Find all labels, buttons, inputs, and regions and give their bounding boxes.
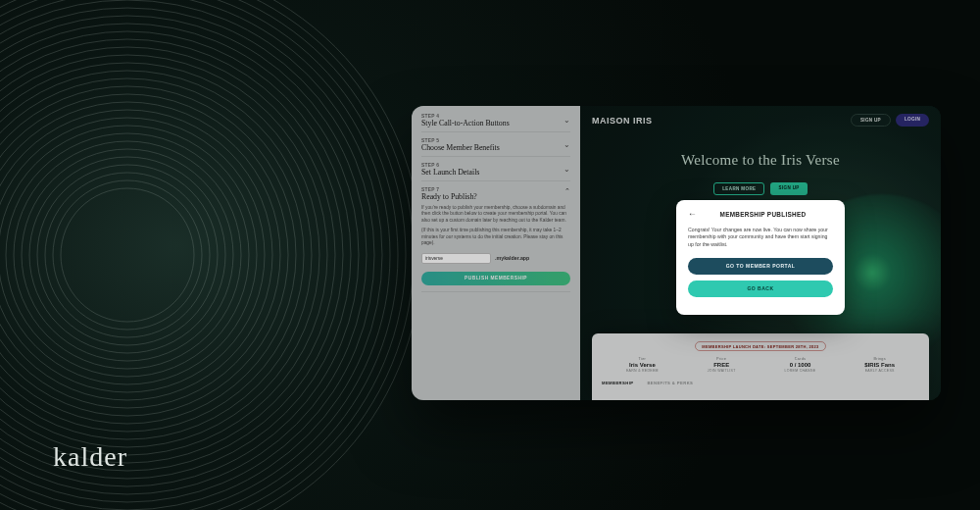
- stat-cards-value: 0 / 1000: [784, 362, 815, 368]
- stat-cards: Cards 0 / 1000 LOREM CHANGE: [784, 357, 815, 373]
- preview-login-button[interactable]: LOGIN: [896, 114, 929, 127]
- stat-cards-sub: LOREM CHANGE: [784, 369, 815, 373]
- svg-point-16: [0, 86, 296, 424]
- step-5-row[interactable]: STEP 5 Choose Member Benefits ⌄: [421, 138, 570, 157]
- svg-point-7: [0, 16, 367, 494]
- hero-learn-more-button[interactable]: LEARN MORE: [713, 182, 764, 195]
- stat-cards-label: Cards: [784, 357, 815, 361]
- stat-brings-sub: EARLY ACCESS: [864, 369, 895, 373]
- svg-point-1: [0, 0, 414, 510]
- app-window: STEP 4 Style Call-to-Action Buttons ⌄ ST…: [412, 106, 941, 400]
- step-7-desc-2: (If this is your first time publishing t…: [421, 228, 570, 246]
- stat-price: Price FREE JOIN WAITLIST: [708, 357, 736, 373]
- subdomain-suffix: .mykalder.app: [495, 255, 529, 261]
- svg-point-15: [0, 78, 304, 432]
- stats-tabs: MEMBERSHIP BENEFITS & PERKS: [602, 381, 919, 385]
- stat-price-value: FREE: [708, 362, 736, 368]
- stat-price-sub: JOIN WAITLIST: [708, 369, 736, 373]
- stat-tier-value: Iris Verse: [626, 362, 659, 368]
- launch-date-pill: MEMBERSHIP LAUNCH DATE: SEPTEMBER 28TH, …: [695, 341, 825, 351]
- preview-header: MAISON IRIS SIGN UP LOGIN: [580, 106, 941, 127]
- svg-point-17: [0, 94, 288, 416]
- step-6-row[interactable]: STEP 6 Set Launch Details ⌄: [421, 163, 570, 181]
- go-to-member-portal-button[interactable]: GO TO MEMBER PORTAL: [688, 258, 833, 275]
- stat-brings-label: Brings: [864, 357, 895, 361]
- step-4-title: Style Call-to-Action Buttons: [421, 119, 510, 128]
- stat-price-label: Price: [708, 357, 736, 361]
- svg-point-9: [0, 31, 351, 479]
- svg-point-8: [0, 24, 359, 486]
- chevron-up-icon[interactable]: ⌃: [564, 187, 570, 195]
- preview-signup-button[interactable]: SIGN UP: [851, 114, 891, 127]
- brand-mark: kalder: [53, 441, 127, 473]
- hero-signup-button[interactable]: SIGN UP: [770, 182, 807, 195]
- svg-point-4: [0, 0, 390, 510]
- svg-point-23: [14, 141, 241, 369]
- svg-point-27: [45, 173, 210, 337]
- svg-point-26: [37, 165, 218, 345]
- stat-tier-label: Tier: [626, 357, 659, 361]
- svg-point-11: [0, 47, 335, 463]
- stat-brings: Brings $IRIS Fans EARLY ACCESS: [864, 357, 895, 373]
- settings-pane: STEP 4 Style Call-to-Action Buttons ⌄ ST…: [412, 106, 580, 400]
- chevron-down-icon: ⌄: [564, 117, 570, 125]
- go-back-button[interactable]: GO BACK: [688, 280, 833, 297]
- svg-point-5: [0, 0, 382, 510]
- svg-point-25: [29, 157, 225, 353]
- svg-point-20: [0, 118, 265, 392]
- tab-membership[interactable]: MEMBERSHIP: [602, 381, 633, 385]
- svg-point-13: [0, 63, 319, 447]
- svg-point-14: [0, 71, 312, 439]
- publish-membership-button[interactable]: PUBLISH MEMBERSHIP: [421, 272, 570, 285]
- svg-point-21: [0, 126, 257, 384]
- svg-point-22: [6, 133, 249, 377]
- svg-point-12: [0, 55, 327, 455]
- svg-point-29: [61, 188, 194, 322]
- step-7-desc-1: If you're ready to publish your membersh…: [421, 205, 570, 224]
- stat-tier: Tier Iris Verse EARN & REDEEM: [626, 357, 659, 373]
- step-7-panel: STEP 7 Ready to Publish? ⌃ If you're rea…: [421, 187, 570, 292]
- stat-tier-sub: EARN & REDEEM: [626, 369, 659, 373]
- svg-point-24: [22, 149, 233, 361]
- hero-cta-row: LEARN MORE SIGN UP: [580, 182, 941, 195]
- svg-point-19: [0, 110, 272, 400]
- membership-published-modal: ← MEMBERSHIP PUBLISHED Congrats! Your ch…: [676, 200, 845, 315]
- svg-point-6: [0, 8, 374, 502]
- step-5-title: Choose Member Benefits: [421, 143, 500, 152]
- step-6-title: Set Launch Details: [421, 168, 479, 177]
- svg-point-28: [53, 180, 202, 330]
- background-rings: [0, 0, 431, 510]
- subdomain-row: .mykalder.app: [421, 253, 570, 264]
- stats-card: MEMBERSHIP LAUNCH DATE: SEPTEMBER 28TH, …: [592, 333, 929, 400]
- svg-point-18: [0, 102, 280, 408]
- tab-benefits[interactable]: BENEFITS & PERKS: [647, 381, 693, 385]
- svg-point-10: [0, 39, 343, 471]
- step-7-title: Ready to Publish?: [421, 192, 477, 201]
- chevron-down-icon: ⌄: [564, 166, 570, 174]
- svg-point-2: [0, 0, 406, 510]
- preview-pane: MAISON IRIS SIGN UP LOGIN Welcome to the…: [580, 106, 941, 400]
- modal-body-text: Congrats! Your changes are now live. You…: [688, 227, 833, 248]
- modal-title: MEMBERSHIP PUBLISHED: [693, 211, 833, 218]
- chevron-down-icon: ⌄: [564, 141, 570, 149]
- svg-point-0: [0, 0, 421, 510]
- subdomain-input[interactable]: [421, 253, 491, 264]
- preview-headline: Welcome to the Iris Verse: [580, 152, 941, 169]
- preview-brand: MAISON IRIS: [592, 116, 653, 126]
- stat-brings-value: $IRIS Fans: [864, 362, 895, 368]
- svg-point-3: [0, 0, 398, 510]
- step-4-row[interactable]: STEP 4 Style Call-to-Action Buttons ⌄: [421, 114, 570, 132]
